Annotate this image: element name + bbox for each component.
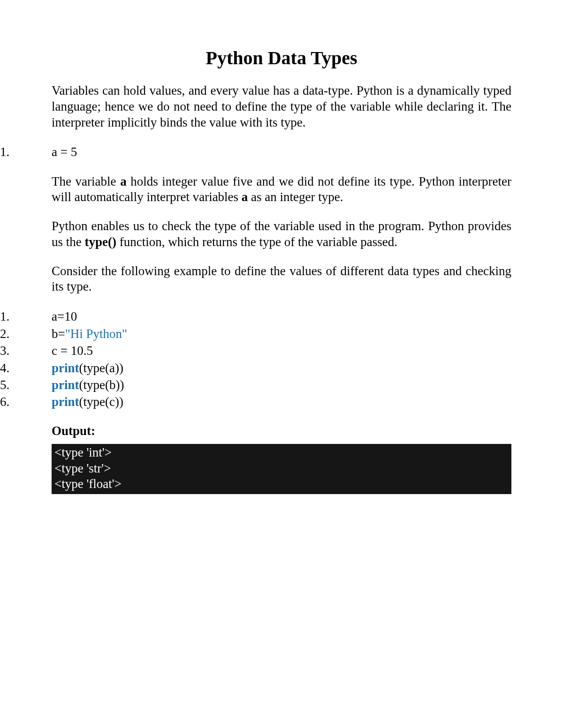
code-text: b="Hi Python" bbox=[19, 325, 127, 342]
code-line: 1. a = 5 bbox=[0, 143, 511, 160]
keyword-token: print bbox=[52, 395, 79, 409]
output-line: <type 'str'> bbox=[54, 461, 509, 477]
intro-paragraph: Variables can hold values, and every val… bbox=[52, 83, 511, 130]
code-line: 3.c = 10.5 bbox=[0, 342, 511, 359]
text-span: The variable bbox=[52, 174, 120, 188]
paragraph-2: The variable a holds integer value five … bbox=[52, 174, 511, 206]
output-label: Output: bbox=[52, 424, 511, 438]
text-span: as an integer type. bbox=[248, 190, 343, 204]
paragraph-3: Python enables us to check the type of t… bbox=[52, 218, 511, 250]
output-line: <type 'float'> bbox=[54, 476, 509, 492]
code-text: print(type(b)) bbox=[19, 376, 124, 393]
code-text: c = 10.5 bbox=[19, 342, 93, 359]
code-token: (type(c)) bbox=[79, 395, 123, 409]
string-token: "Hi Python" bbox=[65, 327, 127, 341]
code-block: 1.a=102.b="Hi Python"3.c = 10.54.print(t… bbox=[0, 308, 511, 411]
line-number: 4. bbox=[0, 360, 19, 376]
example-1-block: 1. a = 5 bbox=[0, 143, 511, 160]
code-line: 5.print(type(b)) bbox=[0, 376, 511, 393]
paragraph-4: Consider the following example to define… bbox=[52, 263, 511, 295]
output-line: <type 'int'> bbox=[54, 445, 509, 461]
output-box: <type 'int'><type 'str'><type 'float'> bbox=[52, 444, 511, 494]
keyword-token: print bbox=[52, 378, 79, 392]
keyword-token: print bbox=[52, 361, 79, 375]
code-token: (type(a)) bbox=[79, 361, 123, 375]
line-number: 1. bbox=[0, 143, 19, 160]
code-token: c = 10.5 bbox=[52, 344, 93, 358]
line-number: 5. bbox=[0, 376, 19, 393]
bold-text: type() bbox=[85, 235, 116, 249]
code-line: 4.print(type(a)) bbox=[0, 360, 511, 376]
bold-text: a bbox=[242, 190, 248, 204]
code-text: print(type(c)) bbox=[19, 393, 123, 410]
page-title: Python Data Types bbox=[52, 47, 511, 69]
bold-text: a bbox=[120, 174, 127, 188]
line-number: 2. bbox=[0, 325, 19, 342]
code-token: b= bbox=[52, 327, 65, 341]
code-line: 2.b="Hi Python" bbox=[0, 325, 511, 342]
line-number: 6. bbox=[0, 393, 19, 410]
line-number: 1. bbox=[0, 308, 19, 325]
line-number: 3. bbox=[0, 342, 19, 359]
code-text: a = 5 bbox=[19, 143, 77, 160]
code-token: a=10 bbox=[52, 309, 77, 323]
code-token: (type(b)) bbox=[79, 378, 124, 392]
code-line: 6.print(type(c)) bbox=[0, 393, 511, 410]
code-line: 1.a=10 bbox=[0, 308, 511, 325]
code-text: a=10 bbox=[19, 308, 77, 325]
text-span: function, which returns the type of the … bbox=[116, 235, 397, 249]
code-text: print(type(a)) bbox=[19, 360, 123, 376]
